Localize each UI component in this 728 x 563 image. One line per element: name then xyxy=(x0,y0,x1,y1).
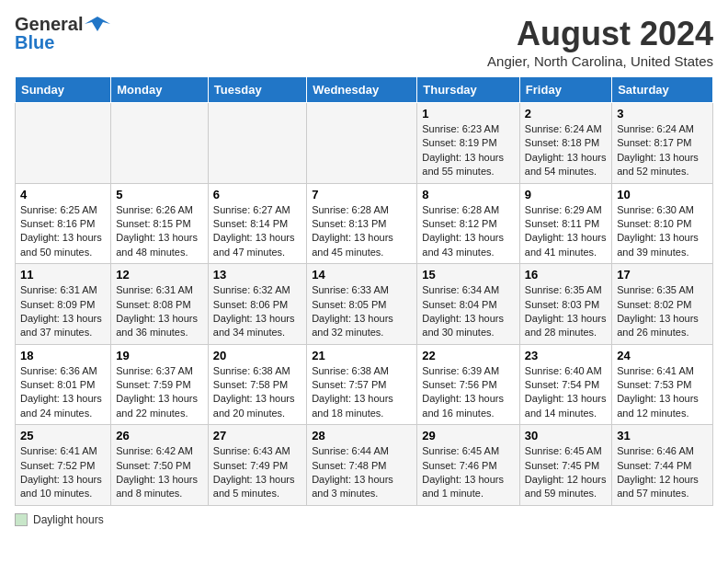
day-number: 1 xyxy=(422,107,515,121)
day-number: 25 xyxy=(20,429,106,442)
day-number: 18 xyxy=(20,349,106,362)
calendar-cell: 27 Sunrise: 6:43 AMSunset: 7:49 PMDaylig… xyxy=(208,425,306,506)
header-sunday: Sunday xyxy=(16,77,111,103)
day-info: Sunrise: 6:33 AMSunset: 8:05 PMDaylight:… xyxy=(312,283,412,340)
day-info: Sunrise: 6:26 AMSunset: 8:15 PMDaylight:… xyxy=(116,203,203,260)
calendar-cell xyxy=(307,103,417,184)
day-number: 22 xyxy=(422,349,515,362)
calendar-cell: 25 Sunrise: 6:41 AMSunset: 7:52 PMDaylig… xyxy=(16,425,111,506)
day-info: Sunrise: 6:36 AMSunset: 8:01 PMDaylight:… xyxy=(20,364,106,421)
calendar-cell: 3 Sunrise: 6:24 AMSunset: 8:17 PMDayligh… xyxy=(612,103,713,184)
day-number: 10 xyxy=(617,188,708,201)
logo-blue: Blue xyxy=(15,32,54,52)
calendar-cell xyxy=(16,103,111,184)
day-info: Sunrise: 6:38 AMSunset: 7:57 PMDaylight:… xyxy=(312,364,412,421)
day-number: 8 xyxy=(422,188,515,201)
calendar-cell xyxy=(111,103,209,184)
calendar-cell: 9 Sunrise: 6:29 AMSunset: 8:11 PMDayligh… xyxy=(519,183,611,264)
calendar-cell: 30 Sunrise: 6:45 AMSunset: 7:45 PMDaylig… xyxy=(519,425,611,506)
day-info: Sunrise: 6:45 AMSunset: 7:45 PMDaylight:… xyxy=(525,444,607,501)
calendar-week-4: 18 Sunrise: 6:36 AMSunset: 8:01 PMDaylig… xyxy=(16,344,713,425)
day-info: Sunrise: 6:44 AMSunset: 7:48 PMDaylight:… xyxy=(312,444,412,501)
calendar-cell: 28 Sunrise: 6:44 AMSunset: 7:48 PMDaylig… xyxy=(307,425,417,506)
day-number: 21 xyxy=(312,349,412,362)
calendar-cell: 24 Sunrise: 6:41 AMSunset: 7:53 PMDaylig… xyxy=(612,344,713,425)
calendar-cell: 31 Sunrise: 6:46 AMSunset: 7:44 PMDaylig… xyxy=(612,425,713,506)
day-number: 31 xyxy=(617,429,708,442)
legend-box xyxy=(15,513,28,526)
day-number: 30 xyxy=(525,429,607,442)
calendar-cell: 18 Sunrise: 6:36 AMSunset: 8:01 PMDaylig… xyxy=(16,344,111,425)
day-number: 28 xyxy=(312,429,412,442)
day-number: 19 xyxy=(116,349,203,362)
day-info: Sunrise: 6:35 AMSunset: 8:03 PMDaylight:… xyxy=(525,283,607,340)
header-saturday: Saturday xyxy=(612,77,713,103)
day-number: 12 xyxy=(116,268,203,282)
calendar-cell: 12 Sunrise: 6:31 AMSunset: 8:08 PMDaylig… xyxy=(111,264,209,345)
day-number: 4 xyxy=(20,188,106,201)
day-info: Sunrise: 6:46 AMSunset: 7:44 PMDaylight:… xyxy=(617,444,708,501)
day-number: 24 xyxy=(617,349,708,362)
day-number: 14 xyxy=(312,268,412,282)
calendar-cell: 21 Sunrise: 6:38 AMSunset: 7:57 PMDaylig… xyxy=(307,344,417,425)
calendar-cell: 5 Sunrise: 6:26 AMSunset: 8:15 PMDayligh… xyxy=(111,183,209,264)
calendar-cell: 11 Sunrise: 6:31 AMSunset: 8:09 PMDaylig… xyxy=(16,264,111,345)
day-info: Sunrise: 6:27 AMSunset: 8:14 PMDaylight:… xyxy=(213,203,301,260)
day-info: Sunrise: 6:32 AMSunset: 8:06 PMDaylight:… xyxy=(213,283,301,340)
day-number: 9 xyxy=(525,188,607,201)
day-number: 11 xyxy=(20,268,106,282)
day-info: Sunrise: 6:43 AMSunset: 7:49 PMDaylight:… xyxy=(213,444,301,501)
calendar-cell: 2 Sunrise: 6:24 AMSunset: 8:18 PMDayligh… xyxy=(519,103,611,184)
header-monday: Monday xyxy=(111,77,209,103)
page-header: General Blue August 2024 Angier, North C… xyxy=(15,15,713,69)
day-info: Sunrise: 6:24 AMSunset: 8:17 PMDaylight:… xyxy=(617,122,708,179)
day-info: Sunrise: 6:25 AMSunset: 8:16 PMDaylight:… xyxy=(20,203,106,260)
day-number: 6 xyxy=(213,188,301,201)
calendar-cell: 16 Sunrise: 6:35 AMSunset: 8:03 PMDaylig… xyxy=(519,264,611,345)
calendar-cell: 7 Sunrise: 6:28 AMSunset: 8:13 PMDayligh… xyxy=(307,183,417,264)
header-row: Sunday Monday Tuesday Wednesday Thursday… xyxy=(16,77,713,103)
calendar-cell: 23 Sunrise: 6:40 AMSunset: 7:54 PMDaylig… xyxy=(519,344,611,425)
legend: Daylight hours xyxy=(15,513,713,526)
calendar-week-1: 1 Sunrise: 6:23 AMSunset: 8:19 PMDayligh… xyxy=(16,103,713,184)
calendar-week-3: 11 Sunrise: 6:31 AMSunset: 8:09 PMDaylig… xyxy=(16,264,713,345)
day-info: Sunrise: 6:30 AMSunset: 8:10 PMDaylight:… xyxy=(617,203,708,260)
legend-label: Daylight hours xyxy=(33,513,104,526)
day-info: Sunrise: 6:41 AMSunset: 7:53 PMDaylight:… xyxy=(617,364,708,421)
day-info: Sunrise: 6:45 AMSunset: 7:46 PMDaylight:… xyxy=(422,444,515,501)
calendar-cell: 10 Sunrise: 6:30 AMSunset: 8:10 PMDaylig… xyxy=(612,183,713,264)
calendar-title: August 2024 xyxy=(487,15,713,53)
header-friday: Friday xyxy=(519,77,611,103)
calendar-week-5: 25 Sunrise: 6:41 AMSunset: 7:52 PMDaylig… xyxy=(16,425,713,506)
day-number: 3 xyxy=(617,107,708,121)
day-number: 27 xyxy=(213,429,301,442)
day-number: 15 xyxy=(422,268,515,282)
day-info: Sunrise: 6:28 AMSunset: 8:12 PMDaylight:… xyxy=(422,203,515,260)
calendar-cell: 20 Sunrise: 6:38 AMSunset: 7:58 PMDaylig… xyxy=(208,344,306,425)
svg-marker-0 xyxy=(85,17,110,31)
calendar-cell: 4 Sunrise: 6:25 AMSunset: 8:16 PMDayligh… xyxy=(16,183,111,264)
day-number: 20 xyxy=(213,349,301,362)
calendar-cell: 29 Sunrise: 6:45 AMSunset: 7:46 PMDaylig… xyxy=(417,425,520,506)
day-number: 16 xyxy=(525,268,607,282)
day-info: Sunrise: 6:40 AMSunset: 7:54 PMDaylight:… xyxy=(525,364,607,421)
header-thursday: Thursday xyxy=(417,77,520,103)
calendar-cell: 22 Sunrise: 6:39 AMSunset: 7:56 PMDaylig… xyxy=(417,344,520,425)
day-info: Sunrise: 6:42 AMSunset: 7:50 PMDaylight:… xyxy=(116,444,203,501)
calendar-cell: 13 Sunrise: 6:32 AMSunset: 8:06 PMDaylig… xyxy=(208,264,306,345)
header-tuesday: Tuesday xyxy=(208,77,306,103)
calendar-cell: 14 Sunrise: 6:33 AMSunset: 8:05 PMDaylig… xyxy=(307,264,417,345)
day-info: Sunrise: 6:34 AMSunset: 8:04 PMDaylight:… xyxy=(422,283,515,340)
header-wednesday: Wednesday xyxy=(307,77,417,103)
calendar-cell: 6 Sunrise: 6:27 AMSunset: 8:14 PMDayligh… xyxy=(208,183,306,264)
day-number: 29 xyxy=(422,429,515,442)
day-number: 23 xyxy=(525,349,607,362)
calendar-week-2: 4 Sunrise: 6:25 AMSunset: 8:16 PMDayligh… xyxy=(16,183,713,264)
logo-general: General xyxy=(15,15,83,33)
day-info: Sunrise: 6:29 AMSunset: 8:11 PMDaylight:… xyxy=(525,203,607,260)
day-info: Sunrise: 6:41 AMSunset: 7:52 PMDaylight:… xyxy=(20,444,106,501)
title-block: August 2024 Angier, North Carolina, Unit… xyxy=(487,15,713,69)
day-number: 5 xyxy=(116,188,203,201)
day-number: 7 xyxy=(312,188,412,201)
logo: General Blue xyxy=(15,15,110,52)
